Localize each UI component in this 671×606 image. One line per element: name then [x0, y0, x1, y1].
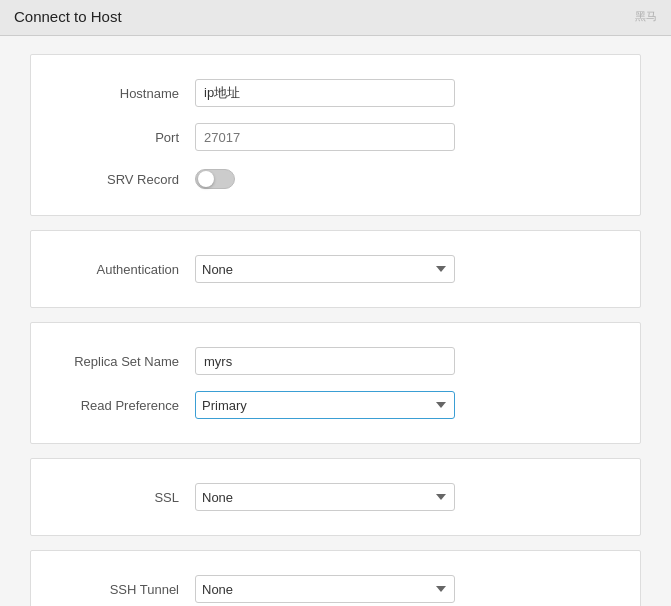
port-row: Port: [31, 115, 640, 159]
read-preference-row: Read Preference Primary Primary Preferre…: [31, 383, 640, 427]
ssh-tunnel-label: SSH Tunnel: [55, 582, 195, 597]
read-preference-label: Read Preference: [55, 398, 195, 413]
read-preference-select[interactable]: Primary Primary Preferred Secondary Seco…: [195, 391, 455, 419]
hostname-label: Hostname: [55, 86, 195, 101]
watermark-text: 黑马: [635, 9, 657, 24]
hostname-control: [195, 79, 455, 107]
authentication-label: Authentication: [55, 262, 195, 277]
authentication-row: Authentication None Username / Password …: [31, 247, 640, 291]
ssl-select[interactable]: None System CA / Atlas Server Validation…: [195, 483, 455, 511]
port-input[interactable]: [195, 123, 455, 151]
authentication-control: None Username / Password SCRAM-SHA-256 X…: [195, 255, 455, 283]
srv-record-label: SRV Record: [55, 172, 195, 187]
form-container: Hostname Port SRV Record: [0, 36, 671, 606]
ssh-tunnel-control: None Use Password Use Identity File: [195, 575, 455, 603]
hostname-input[interactable]: [195, 79, 455, 107]
ssl-row: SSL None System CA / Atlas Server Valida…: [31, 475, 640, 519]
authentication-select[interactable]: None Username / Password SCRAM-SHA-256 X…: [195, 255, 455, 283]
title-bar: Connect to Host 黑马: [0, 0, 671, 36]
connection-section: Hostname Port SRV Record: [30, 54, 641, 216]
authentication-section: Authentication None Username / Password …: [30, 230, 641, 308]
hostname-row: Hostname: [31, 71, 640, 115]
replica-set-row: Replica Set Name: [31, 339, 640, 383]
ssh-tunnel-select[interactable]: None Use Password Use Identity File: [195, 575, 455, 603]
ssl-label: SSL: [55, 490, 195, 505]
srv-record-toggle[interactable]: [195, 169, 235, 189]
ssl-control: None System CA / Atlas Server Validation…: [195, 483, 455, 511]
main-window: Connect to Host 黑马 Hostname Port SRV Rec…: [0, 0, 671, 606]
page-title: Connect to Host: [14, 8, 122, 25]
srv-record-control: [195, 169, 455, 189]
read-preference-control: Primary Primary Preferred Secondary Seco…: [195, 391, 455, 419]
ssh-tunnel-row: SSH Tunnel None Use Password Use Identit…: [31, 567, 640, 606]
srv-record-row: SRV Record: [31, 159, 640, 199]
port-label: Port: [55, 130, 195, 145]
replica-set-control: [195, 347, 455, 375]
port-control: [195, 123, 455, 151]
ssl-section: SSL None System CA / Atlas Server Valida…: [30, 458, 641, 536]
toggle-slider: [195, 169, 235, 189]
replica-section: Replica Set Name Read Preference Primary…: [30, 322, 641, 444]
ssh-section: SSH Tunnel None Use Password Use Identit…: [30, 550, 641, 606]
replica-set-input[interactable]: [195, 347, 455, 375]
replica-set-label: Replica Set Name: [55, 354, 195, 369]
